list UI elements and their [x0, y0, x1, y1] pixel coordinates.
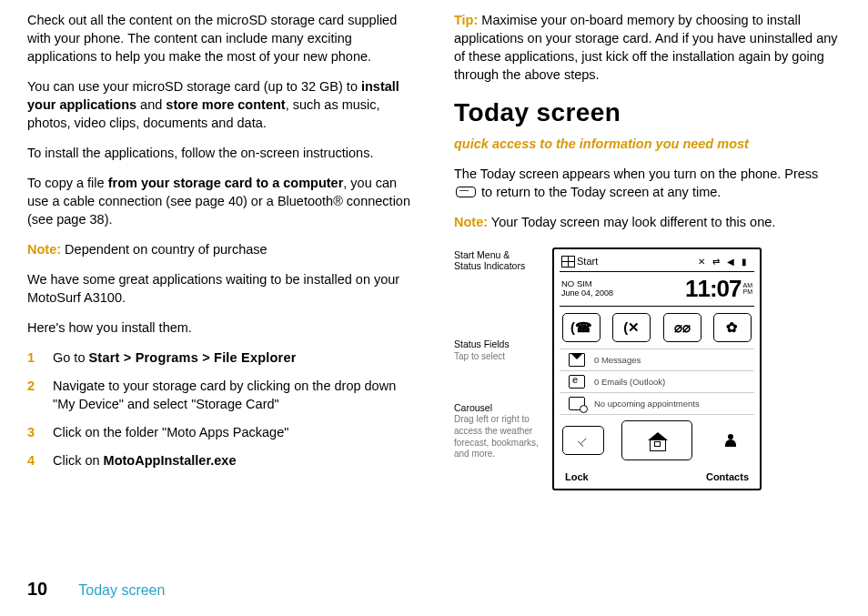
para: To install the applications, follow the …	[27, 144, 414, 162]
signal-icon: ✕	[698, 257, 709, 266]
clock-row: NO SIM June 04, 2008 11:07 AMPM	[560, 272, 754, 308]
quick-buttons: (☎ (✕ ⌀⌀ ✿	[560, 307, 754, 348]
rss-card-icon: ⟂	[562, 426, 604, 455]
footer-title: Today screen	[78, 582, 165, 599]
note: Note: Your Today screen may look differe…	[454, 213, 841, 231]
softkey-contacts: Contacts	[657, 471, 749, 483]
start-label: Start	[577, 256, 598, 268]
sim-status: NO SIM	[561, 278, 685, 288]
label-carousel: Carousel Drag left or right to access th…	[454, 402, 547, 460]
date-label: June 04, 2008	[561, 288, 685, 298]
list-item: 2Navigate to your storage card by clicki…	[27, 377, 414, 413]
para: Here's how you install them.	[27, 318, 414, 337]
phone-mock: Start ✕ ⇄ ◀ ▮ NO SIM June 04, 2008 11:07	[552, 247, 762, 491]
list-item: 4Click on MotoAppInstaller.exe	[27, 451, 414, 470]
voicemail-icon: ⌀⌀	[663, 313, 701, 342]
outlook-icon: e	[569, 375, 585, 389]
home-card-icon	[621, 420, 692, 460]
windows-icon	[561, 256, 574, 267]
para: The Today screen appears when you turn o…	[454, 165, 841, 201]
figure-labels: Start Menu & Status Indicators Status Fi…	[454, 247, 552, 491]
para: Check out all the content on the microSD…	[27, 11, 414, 66]
status-appointments: No upcoming appointments	[560, 392, 754, 414]
battery-icon: ▮	[742, 257, 752, 266]
label-status-fields: Status Fields Tap to select	[454, 338, 547, 361]
call-log-icon: (☎	[562, 313, 601, 342]
tip: Tip: Maximise your on-board memory by ch…	[454, 11, 841, 84]
missed-call-icon: (✕	[612, 313, 651, 342]
para: You can use your microSD storage card (u…	[27, 77, 414, 132]
title-bar: Start ✕ ⇄ ◀ ▮	[560, 254, 754, 272]
left-column: Check out all the content on the microSD…	[27, 11, 414, 490]
status-emails: e 0 Emails (Outlook)	[560, 370, 754, 392]
carousel-row: ⟂	[560, 414, 754, 468]
para: We have some great applications waiting …	[27, 270, 414, 307]
label-start-menu: Start Menu & Status Indicators	[454, 249, 547, 272]
softkey-row: Lock Contacts	[560, 468, 754, 489]
envelope-icon	[569, 353, 585, 367]
page-number: 10	[27, 579, 47, 600]
status-messages: 0 Messages	[560, 348, 754, 370]
right-column: Tip: Maximise your on-board memory by ch…	[454, 11, 841, 490]
settings-gear-icon: ✿	[713, 313, 752, 342]
list-item: 1Go to Start > Programs > File Explorer	[27, 348, 414, 367]
ordered-list: 1Go to Start > Programs > File Explorer …	[27, 348, 414, 470]
volume-icon: ◀	[727, 257, 738, 266]
section-subtitle: quick access to the information you need…	[454, 135, 841, 153]
softkey-lock: Lock	[565, 471, 657, 483]
para: To copy a file from your storage card to…	[27, 174, 414, 228]
section-heading: Today screen	[454, 96, 841, 131]
connect-icon: ⇄	[712, 257, 723, 266]
clock: 11:07	[685, 275, 742, 303]
contacts-card-icon	[710, 426, 752, 455]
home-key-icon	[456, 187, 476, 197]
today-screen-figure: Start Menu & Status Indicators Status Fi…	[454, 247, 841, 491]
page-footer: 10 Today screen	[27, 579, 165, 600]
calendar-clock-icon	[569, 397, 585, 410]
list-item: 3Click on the folder "Moto Apps Package"	[27, 423, 414, 441]
note: Note: Dependent on country of purchase	[27, 240, 414, 258]
